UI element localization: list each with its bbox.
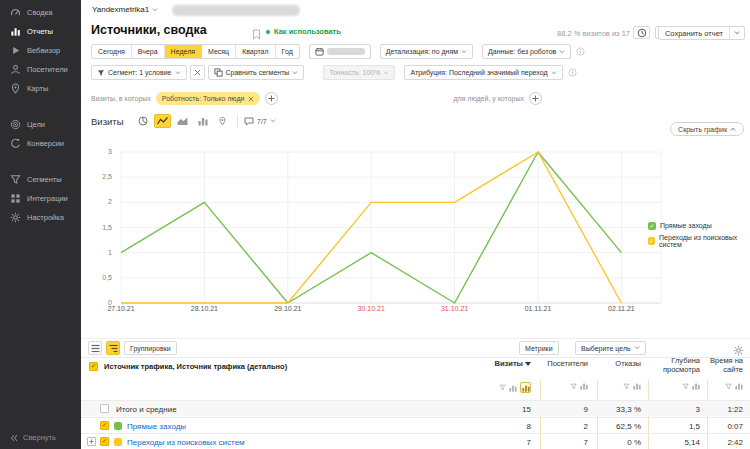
tab-yesterday[interactable]: Вчера — [132, 45, 165, 58]
tab-week[interactable]: Неделя — [165, 45, 202, 58]
bar-chart-button[interactable] — [194, 114, 211, 128]
person-icon — [10, 64, 21, 75]
area-chart-button[interactable] — [174, 114, 191, 128]
visits-filter-prefix: Визиты, в которых — [91, 95, 151, 102]
chevron-down-icon — [551, 71, 557, 75]
mini-chart-icon[interactable] — [633, 382, 641, 390]
sidebar-item-maps[interactable]: Карты — [0, 79, 81, 98]
row-link[interactable]: Переходы из поисковых систем — [127, 438, 245, 447]
y-axis-label: 3 — [86, 148, 112, 155]
active-chart-metric-toggle[interactable] — [520, 382, 531, 393]
table-row-direct[interactable]: Прямые заходы 8 2 62,5 % 1,5 0:07 — [81, 417, 750, 433]
info-icon[interactable] — [576, 47, 585, 56]
sidebar-item-reports[interactable]: Отчеты — [0, 22, 81, 41]
compare-segments-button[interactable]: Сравнить сегменты — [208, 65, 305, 80]
legend-checkbox-icon[interactable] — [648, 222, 656, 230]
visits-column-filters — [486, 382, 531, 393]
sidebar-item-integrations[interactable]: Интеграции — [0, 189, 81, 208]
tab-today[interactable]: Сегодня — [92, 45, 132, 58]
tab-year[interactable]: Год — [276, 45, 299, 58]
sidebar-collapse-button[interactable]: Свернуть — [10, 433, 56, 442]
data-robots-button[interactable]: Данные: без роботов — [482, 44, 571, 59]
pie-chart-button[interactable] — [134, 114, 151, 128]
funnel-icon — [97, 69, 105, 77]
flat-view-button[interactable] — [88, 341, 102, 355]
line-chart-button[interactable] — [154, 114, 171, 128]
points-visibility-dropdown[interactable]: 7/7 — [244, 117, 276, 126]
segment-button[interactable]: Сегмент: 1 условие — [91, 65, 187, 80]
map-pin-icon — [10, 83, 21, 94]
visits-line-chart[interactable] — [116, 146, 666, 310]
accuracy-button[interactable]: Точность: 100% — [323, 65, 395, 80]
date-range-button[interactable] — [309, 44, 371, 59]
x-axis-label: 01.11.21 — [517, 305, 559, 312]
how-to-use-link[interactable]: Как использовать — [266, 27, 341, 36]
chevron-down-icon — [461, 50, 467, 54]
metrics-button[interactable]: Метрики — [519, 341, 559, 355]
choose-goal-button[interactable]: Выберите цель — [575, 341, 646, 355]
bookmark-icon[interactable] — [252, 26, 261, 44]
filter-funnel-icon[interactable] — [570, 383, 577, 390]
tab-quarter[interactable]: Квартал — [236, 45, 275, 58]
series-swatch-icon — [114, 438, 122, 446]
chevron-up-icon — [730, 127, 736, 131]
sidebar-item-conversions[interactable]: Конверсии — [0, 134, 81, 153]
sidebar-item-webvisor[interactable]: Вебвизор — [0, 41, 81, 60]
sidebar-item-visitors[interactable]: Посетители — [0, 60, 81, 79]
sidebar-item-goals[interactable]: Цели — [0, 115, 81, 134]
table-row-totals[interactable]: Итого и средние 15 9 33,3 % 3 1:22 — [81, 400, 750, 416]
history-button[interactable] — [633, 26, 650, 39]
table-row-search[interactable]: Переходы из поисковых систем 7 7 0 % 5,1… — [81, 433, 750, 449]
row-checkbox[interactable] — [100, 437, 109, 446]
legend-item[interactable]: Переходы из поисковых систем — [648, 233, 750, 248]
table-view-toolbar: Группировки — [88, 341, 177, 355]
select-all-checkbox[interactable] — [89, 362, 98, 371]
tree-view-button[interactable] — [106, 341, 120, 355]
info-icon[interactable] — [568, 68, 577, 77]
legend-checkbox-icon[interactable] — [648, 237, 655, 245]
close-icon[interactable] — [248, 96, 254, 102]
column-header-time[interactable]: Время на сайте — [699, 357, 743, 374]
robotness-chip[interactable]: Роботность: Только люди — [156, 92, 261, 105]
area-chart-icon — [177, 116, 188, 126]
counter-selector[interactable]: Yandexmetrika1 — [92, 5, 158, 14]
sort-desc-icon — [525, 362, 531, 366]
legend-item[interactable]: Прямые заходы — [648, 218, 750, 233]
row-checkbox[interactable] — [100, 404, 109, 413]
column-header-depth[interactable]: Глубина просмотра — [648, 357, 700, 374]
column-header-visitors[interactable]: Посетители — [543, 360, 588, 369]
compare-icon — [214, 68, 223, 77]
mini-chart-icon[interactable] — [580, 382, 588, 390]
save-report-dropdown[interactable] — [729, 27, 744, 39]
row-checkbox[interactable] — [100, 421, 109, 430]
filter-funnel-icon[interactable] — [623, 383, 630, 390]
add-visit-condition-button[interactable] — [265, 92, 278, 105]
tab-month[interactable]: Месяц — [202, 45, 236, 58]
x-axis-label: 30.10.21 — [350, 305, 392, 312]
bounces-column-filters — [601, 382, 641, 390]
sidebar-item-settings[interactable]: Настройка — [0, 208, 81, 227]
sidebar-item-summary[interactable]: Сводка — [0, 3, 81, 22]
tree-view-icon — [109, 344, 118, 353]
y-axis-label: 2 — [86, 198, 112, 205]
row-link[interactable]: Прямые заходы — [127, 422, 186, 431]
save-report-button[interactable]: Сохранить отчет — [659, 27, 729, 39]
expand-row-button[interactable] — [87, 437, 96, 446]
sidebar-item-segments[interactable]: Сегменты — [0, 170, 81, 189]
filter-funnel-icon[interactable] — [725, 383, 732, 390]
filter-funnel-icon[interactable] — [682, 383, 689, 390]
column-header-bounces[interactable]: Отказы — [601, 360, 641, 369]
column-header-visits[interactable]: Визиты — [486, 360, 531, 369]
filter-funnel-icon[interactable] — [499, 384, 506, 391]
filter-chips-row: Визиты, в которых Роботность: Только люд… — [91, 92, 542, 105]
mini-chart-icon[interactable] — [509, 384, 517, 392]
geo-map-button[interactable] — [214, 114, 231, 128]
add-people-condition-button[interactable] — [529, 92, 542, 105]
clear-segment-button[interactable] — [190, 65, 205, 80]
attribution-button[interactable]: Атрибуция: Последний значимый переход — [404, 65, 562, 80]
hide-chart-button[interactable]: Скрыть график — [670, 122, 744, 136]
detalization-button[interactable]: Детализация: по дням — [380, 44, 473, 59]
conversion-arrows-icon — [10, 138, 21, 149]
groupings-button[interactable]: Группировки — [124, 341, 177, 355]
mini-chart-icon[interactable] — [735, 382, 743, 390]
